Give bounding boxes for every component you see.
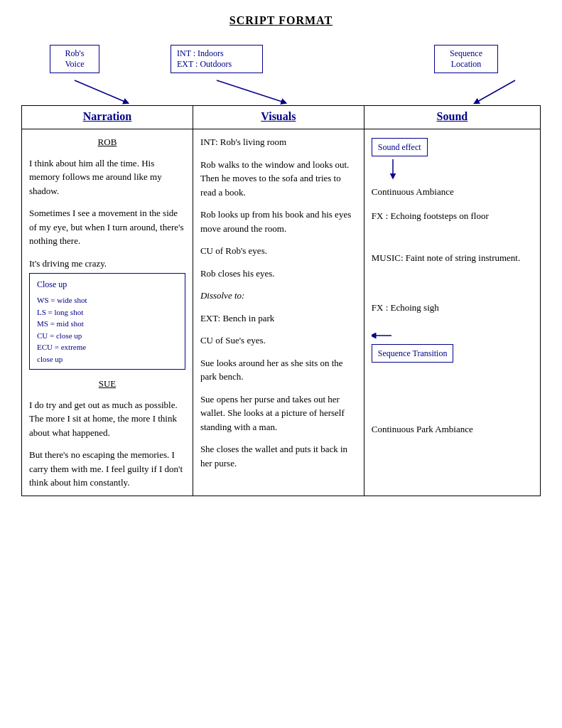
sound-s4: FX : Echoing sigh — [372, 301, 533, 315]
sound-effect-arrow — [379, 159, 421, 181]
visuals-cell: INT: Rob's living room Rob walks to the … — [193, 129, 364, 496]
narration-p5: But there's no escaping the memories. I … — [29, 448, 185, 490]
closeup-annotation-area: Close up WS = wide shot LS = long shot M… — [29, 273, 185, 370]
closeup-main-box: Close up WS = wide shot LS = long shot M… — [29, 273, 185, 370]
header-visuals: Visuals — [193, 106, 364, 129]
visual-v8: CU of Sue's eyes. — [200, 333, 357, 348]
visual-v11: She closes the wallet and puts it back i… — [200, 442, 357, 470]
sound-effect-box: Sound effect — [372, 138, 428, 156]
narration-p4: I do try and get out as much as possible… — [29, 398, 185, 440]
visual-v3: Rob looks up from his book and his eyes … — [200, 208, 357, 235]
narration-cell: ROB I think about him all the time. His … — [22, 129, 193, 496]
visual-v7: EXT: Bench in park — [200, 311, 357, 326]
svg-line-0 — [75, 80, 126, 102]
visual-v10: Sue opens her purse and takes out her wa… — [200, 392, 357, 434]
visual-v5: Rob closes his eyes. — [200, 267, 357, 281]
sequence-transition-box: Sequence Transition — [372, 344, 454, 363]
speaker-rob: ROB — [29, 135, 185, 149]
svg-line-1 — [217, 80, 284, 102]
sequence-location-box: Sequence Location — [434, 45, 498, 73]
sound-s5: Continuous Park Ambiance — [372, 422, 533, 437]
main-content-row: ROB I think about him all the time. His … — [22, 129, 541, 496]
page-title-section: Script Format — [21, 14, 541, 27]
visual-v2: Rob walks to the window and looks out. T… — [200, 158, 357, 200]
header-narration: Narration — [22, 106, 193, 129]
closeup-details: WS = wide shot LS = long shot MS = mid s… — [37, 294, 178, 365]
robs-voice-box: Rob's Voice — [50, 45, 99, 73]
int-ext-box: INT : Indoors EXT : Outdoors — [171, 45, 263, 73]
narration-p1: I think about him all the time. His memo… — [29, 156, 185, 198]
header-sound: Sound — [364, 106, 540, 129]
sound-effect-area: Sound effect — [372, 135, 533, 181]
speaker-sue: SUE — [29, 377, 185, 391]
narration-p2: Sometimes I see a movement in the side o… — [29, 206, 185, 248]
seq-transition-arrow-in — [372, 328, 393, 343]
top-annotations: Rob's Voice INT : Indoors EXT : Outdoors… — [21, 41, 541, 105]
visual-v9: Sue looks around her as she sits on the … — [200, 356, 357, 384]
page-title: Script Format — [21, 14, 541, 27]
svg-line-2 — [476, 80, 515, 102]
visual-v6: Dissolve to: — [200, 289, 357, 303]
sound-cell: Sound effect Continuous Ambi — [364, 129, 540, 496]
sound-s1: Continuous Ambiance — [372, 185, 533, 199]
script-table: Narration Visuals Sound ROB I think abou… — [21, 105, 541, 496]
closeup-label: Close up — [37, 278, 178, 291]
visual-v1: INT: Rob's living room — [200, 135, 357, 149]
visual-v4: CU of Rob's eyes. — [200, 244, 357, 258]
sound-s3: MUSIC: Faint note of string instrument. — [372, 251, 533, 265]
narration-p3: It's driving me crazy. — [29, 257, 185, 271]
sound-s2: FX : Echoing footsteps on floor — [372, 209, 533, 223]
seq-transition-area: Sequence Transition — [372, 328, 533, 365]
